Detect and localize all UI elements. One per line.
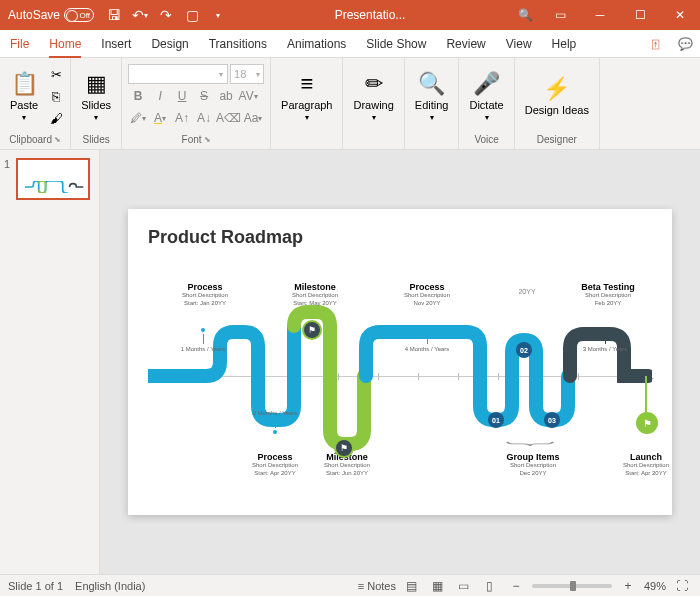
roadmap-item: Group ItemsShort DescriptionDec 20YY [488,452,578,478]
group-designer-label: Designer [519,132,595,147]
ribbon-display-icon[interactable]: ▭ [540,0,580,30]
duration-label: 4 Months / Years [396,328,458,352]
roadmap-item: ProcessShort DescriptionStart: Apr 20YY [240,452,310,478]
slide-thumbnail[interactable] [16,158,90,200]
italic-button[interactable]: I [150,86,170,106]
zoom-level[interactable]: 49% [644,580,666,592]
comments-icon[interactable]: 💬 [670,30,700,58]
launch-flag-icon: ⚑ [636,412,658,434]
font-color-button[interactable]: 🖉▾ [128,108,148,128]
tab-design[interactable]: Design [141,30,198,58]
autosave-toggle[interactable]: Off [64,8,94,22]
duration-label: 3 Months / Years [574,328,636,352]
group-font-label: Font [182,134,202,145]
badge-01: 01 [488,412,504,428]
designer-icon: ⚡ [543,76,570,102]
paragraph-button[interactable]: ≡ Paragraph ▾ [275,60,338,132]
present-icon[interactable]: ▢ [180,3,204,27]
window-title: Presentatio... [230,8,510,22]
tab-insert[interactable]: Insert [91,30,141,58]
zoom-slider[interactable] [532,584,612,588]
group-drawing-label [347,143,399,147]
tab-home[interactable]: Home [39,30,91,58]
status-language[interactable]: English (India) [75,580,145,592]
slides-button[interactable]: ▦ Slides ▾ [75,60,117,132]
search-icon[interactable]: 🔍 [510,0,540,30]
find-icon: 🔍 [418,71,445,97]
undo-icon[interactable]: ↶▾ [128,3,152,27]
badge-02: 02 [516,342,532,358]
highlight-button[interactable]: A▾ [150,108,170,128]
zoom-in-icon[interactable]: + [618,577,638,595]
roadmap-item: ProcessShort DescriptionNov 20YY [392,282,462,308]
clear-formatting-button[interactable]: A⌫ [216,108,241,128]
change-case-button[interactable]: Aa▾ [243,108,263,128]
milestone-flag-icon: ⚑ [334,438,354,458]
autosave-label: AutoSave [8,8,60,22]
clipboard-launcher[interactable]: ⬊ [54,135,61,144]
duration-label: 2 Months / Years [244,410,306,434]
font-launcher[interactable]: ⬊ [204,135,211,144]
font-name-combo[interactable]: ▾ [128,64,228,84]
sorter-view-icon[interactable]: ▦ [428,577,448,595]
thumb-number: 1 [4,158,12,200]
drawing-button[interactable]: ✏ Drawing ▾ [347,60,399,132]
tab-file[interactable]: File [0,30,39,58]
format-painter-icon[interactable]: 🖌 [46,108,66,128]
decrease-font-button[interactable]: A↓ [194,108,214,128]
group-paragraph-label [275,143,338,147]
slideshow-view-icon[interactable]: ▯ [480,577,500,595]
tab-animations[interactable]: Animations [277,30,356,58]
slide-title: Product Roadmap [148,227,652,248]
shadow-button[interactable]: ab [216,86,236,106]
duration-label: 1 Months / Years [172,328,234,352]
minimize-icon[interactable]: ─ [580,0,620,30]
slide: Product Roadmap ▸ ProcessShort Descripti… [128,209,672,515]
maximize-icon[interactable]: ☐ [620,0,660,30]
design-ideas-button[interactable]: ⚡ Design Ideas [519,60,595,132]
tab-view[interactable]: View [496,30,542,58]
group-voice-label: Voice [463,132,509,147]
copy-icon[interactable]: ⎘ [46,86,66,106]
increase-font-button[interactable]: A↑ [172,108,192,128]
milestone-flag-icon: ⚑ [302,320,322,340]
roadmap-year: 20YY [512,288,542,295]
normal-view-icon[interactable]: ▤ [402,577,422,595]
microphone-icon: 🎤 [473,71,500,97]
close-icon[interactable]: ✕ [660,0,700,30]
bold-button[interactable]: B [128,86,148,106]
tab-review[interactable]: Review [436,30,495,58]
font-size-combo[interactable]: 18▾ [230,64,264,84]
qat-customize-icon[interactable]: ▾ [206,3,230,27]
underline-button[interactable]: U [172,86,192,106]
brace-icon: ⏟ [506,424,554,447]
status-slide: Slide 1 of 1 [8,580,63,592]
tab-transitions[interactable]: Transitions [199,30,277,58]
zoom-out-icon[interactable]: − [506,577,526,595]
group-editing-label [409,143,455,147]
share-icon[interactable]: ⍐ [640,30,670,58]
redo-icon[interactable]: ↷ [154,3,178,27]
roadmap-item: MilestoneShort DescriptionStart: May 20Y… [280,282,350,308]
notes-button[interactable]: ≡ Notes [358,580,396,592]
dictate-button[interactable]: 🎤 Dictate ▾ [463,60,509,132]
tab-slideshow[interactable]: Slide Show [356,30,436,58]
slide-canvas[interactable]: Product Roadmap ▸ ProcessShort Descripti… [100,150,700,574]
editing-button[interactable]: 🔍 Editing ▾ [409,60,455,132]
paste-button[interactable]: 📋 Paste ▾ [4,60,44,132]
new-slide-icon: ▦ [86,71,107,97]
roadmap-item: Beta TestingShort DescriptionFeb 20YY [568,282,648,308]
group-slides-label: Slides [75,132,117,147]
launch-stem [645,376,647,414]
shapes-icon: ✏ [365,71,383,97]
clipboard-icon: 📋 [11,71,38,97]
save-icon[interactable]: 🖫 [102,3,126,27]
reading-view-icon[interactable]: ▭ [454,577,474,595]
roadmap-item: LaunchShort DescriptionStart: Apr 20YY [616,452,676,478]
cut-icon[interactable]: ✂ [46,64,66,84]
strikethrough-button[interactable]: S [194,86,214,106]
paragraph-icon: ≡ [300,71,313,97]
tab-help[interactable]: Help [542,30,587,58]
fit-to-window-icon[interactable]: ⛶ [672,577,692,595]
spacing-button[interactable]: AV▾ [238,86,258,106]
